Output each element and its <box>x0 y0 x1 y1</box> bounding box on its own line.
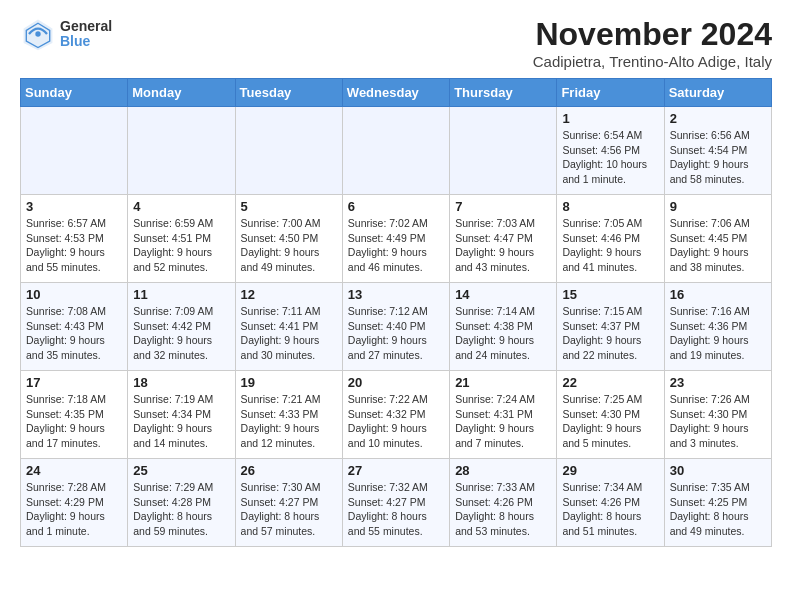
calendar-cell: 17Sunrise: 7:18 AM Sunset: 4:35 PM Dayli… <box>21 371 128 459</box>
day-number: 17 <box>26 375 122 390</box>
day-number: 23 <box>670 375 766 390</box>
calendar-cell: 4Sunrise: 6:59 AM Sunset: 4:51 PM Daylig… <box>128 195 235 283</box>
day-info: Sunrise: 6:56 AM Sunset: 4:54 PM Dayligh… <box>670 128 766 187</box>
calendar-cell: 7Sunrise: 7:03 AM Sunset: 4:47 PM Daylig… <box>450 195 557 283</box>
day-number: 5 <box>241 199 337 214</box>
calendar-cell: 9Sunrise: 7:06 AM Sunset: 4:45 PM Daylig… <box>664 195 771 283</box>
day-info: Sunrise: 7:05 AM Sunset: 4:46 PM Dayligh… <box>562 216 658 275</box>
day-info: Sunrise: 7:21 AM Sunset: 4:33 PM Dayligh… <box>241 392 337 451</box>
header-monday: Monday <box>128 79 235 107</box>
weekday-header-row: Sunday Monday Tuesday Wednesday Thursday… <box>21 79 772 107</box>
day-number: 19 <box>241 375 337 390</box>
day-number: 18 <box>133 375 229 390</box>
day-info: Sunrise: 7:14 AM Sunset: 4:38 PM Dayligh… <box>455 304 551 363</box>
day-info: Sunrise: 6:59 AM Sunset: 4:51 PM Dayligh… <box>133 216 229 275</box>
calendar-cell: 2Sunrise: 6:56 AM Sunset: 4:54 PM Daylig… <box>664 107 771 195</box>
calendar-row-2: 10Sunrise: 7:08 AM Sunset: 4:43 PM Dayli… <box>21 283 772 371</box>
logo-icon <box>20 16 56 52</box>
logo: General Blue <box>20 16 112 52</box>
title-area: November 2024 Cadipietra, Trentino-Alto … <box>533 16 772 70</box>
calendar-cell: 23Sunrise: 7:26 AM Sunset: 4:30 PM Dayli… <box>664 371 771 459</box>
day-info: Sunrise: 7:03 AM Sunset: 4:47 PM Dayligh… <box>455 216 551 275</box>
calendar-cell: 10Sunrise: 7:08 AM Sunset: 4:43 PM Dayli… <box>21 283 128 371</box>
calendar-cell: 20Sunrise: 7:22 AM Sunset: 4:32 PM Dayli… <box>342 371 449 459</box>
location-subtitle: Cadipietra, Trentino-Alto Adige, Italy <box>533 53 772 70</box>
day-number: 4 <box>133 199 229 214</box>
day-number: 2 <box>670 111 766 126</box>
day-info: Sunrise: 7:19 AM Sunset: 4:34 PM Dayligh… <box>133 392 229 451</box>
day-info: Sunrise: 7:28 AM Sunset: 4:29 PM Dayligh… <box>26 480 122 539</box>
header-sunday: Sunday <box>21 79 128 107</box>
calendar-cell: 18Sunrise: 7:19 AM Sunset: 4:34 PM Dayli… <box>128 371 235 459</box>
day-info: Sunrise: 7:32 AM Sunset: 4:27 PM Dayligh… <box>348 480 444 539</box>
day-info: Sunrise: 7:18 AM Sunset: 4:35 PM Dayligh… <box>26 392 122 451</box>
month-title: November 2024 <box>533 16 772 53</box>
day-info: Sunrise: 6:54 AM Sunset: 4:56 PM Dayligh… <box>562 128 658 187</box>
calendar-cell: 30Sunrise: 7:35 AM Sunset: 4:25 PM Dayli… <box>664 459 771 547</box>
day-info: Sunrise: 6:57 AM Sunset: 4:53 PM Dayligh… <box>26 216 122 275</box>
day-number: 6 <box>348 199 444 214</box>
day-info: Sunrise: 7:11 AM Sunset: 4:41 PM Dayligh… <box>241 304 337 363</box>
calendar-cell <box>128 107 235 195</box>
day-number: 30 <box>670 463 766 478</box>
calendar-cell: 6Sunrise: 7:02 AM Sunset: 4:49 PM Daylig… <box>342 195 449 283</box>
calendar-cell: 3Sunrise: 6:57 AM Sunset: 4:53 PM Daylig… <box>21 195 128 283</box>
calendar-cell: 5Sunrise: 7:00 AM Sunset: 4:50 PM Daylig… <box>235 195 342 283</box>
calendar-cell: 25Sunrise: 7:29 AM Sunset: 4:28 PM Dayli… <box>128 459 235 547</box>
calendar-cell: 13Sunrise: 7:12 AM Sunset: 4:40 PM Dayli… <box>342 283 449 371</box>
day-info: Sunrise: 7:33 AM Sunset: 4:26 PM Dayligh… <box>455 480 551 539</box>
day-number: 8 <box>562 199 658 214</box>
calendar-cell: 22Sunrise: 7:25 AM Sunset: 4:30 PM Dayli… <box>557 371 664 459</box>
day-number: 12 <box>241 287 337 302</box>
calendar-row-4: 24Sunrise: 7:28 AM Sunset: 4:29 PM Dayli… <box>21 459 772 547</box>
logo-blue: Blue <box>60 34 112 49</box>
day-number: 13 <box>348 287 444 302</box>
day-info: Sunrise: 7:16 AM Sunset: 4:36 PM Dayligh… <box>670 304 766 363</box>
day-info: Sunrise: 7:00 AM Sunset: 4:50 PM Dayligh… <box>241 216 337 275</box>
day-number: 29 <box>562 463 658 478</box>
day-info: Sunrise: 7:24 AM Sunset: 4:31 PM Dayligh… <box>455 392 551 451</box>
calendar-table: Sunday Monday Tuesday Wednesday Thursday… <box>20 78 772 547</box>
header-saturday: Saturday <box>664 79 771 107</box>
calendar-cell: 11Sunrise: 7:09 AM Sunset: 4:42 PM Dayli… <box>128 283 235 371</box>
calendar-cell <box>342 107 449 195</box>
day-info: Sunrise: 7:26 AM Sunset: 4:30 PM Dayligh… <box>670 392 766 451</box>
day-number: 11 <box>133 287 229 302</box>
calendar-cell: 14Sunrise: 7:14 AM Sunset: 4:38 PM Dayli… <box>450 283 557 371</box>
calendar-cell: 12Sunrise: 7:11 AM Sunset: 4:41 PM Dayli… <box>235 283 342 371</box>
calendar-row-1: 3Sunrise: 6:57 AM Sunset: 4:53 PM Daylig… <box>21 195 772 283</box>
calendar-cell <box>450 107 557 195</box>
page-header: General Blue November 2024 Cadipietra, T… <box>20 16 772 70</box>
day-info: Sunrise: 7:30 AM Sunset: 4:27 PM Dayligh… <box>241 480 337 539</box>
day-number: 20 <box>348 375 444 390</box>
logo-text: General Blue <box>60 19 112 50</box>
calendar-cell: 8Sunrise: 7:05 AM Sunset: 4:46 PM Daylig… <box>557 195 664 283</box>
day-number: 14 <box>455 287 551 302</box>
day-info: Sunrise: 7:06 AM Sunset: 4:45 PM Dayligh… <box>670 216 766 275</box>
day-number: 1 <box>562 111 658 126</box>
day-info: Sunrise: 7:09 AM Sunset: 4:42 PM Dayligh… <box>133 304 229 363</box>
calendar-row-0: 1Sunrise: 6:54 AM Sunset: 4:56 PM Daylig… <box>21 107 772 195</box>
calendar-cell: 24Sunrise: 7:28 AM Sunset: 4:29 PM Dayli… <box>21 459 128 547</box>
day-number: 3 <box>26 199 122 214</box>
day-info: Sunrise: 7:34 AM Sunset: 4:26 PM Dayligh… <box>562 480 658 539</box>
header-tuesday: Tuesday <box>235 79 342 107</box>
day-number: 28 <box>455 463 551 478</box>
calendar-cell: 26Sunrise: 7:30 AM Sunset: 4:27 PM Dayli… <box>235 459 342 547</box>
calendar-cell: 15Sunrise: 7:15 AM Sunset: 4:37 PM Dayli… <box>557 283 664 371</box>
svg-point-2 <box>35 31 40 36</box>
calendar-cell: 21Sunrise: 7:24 AM Sunset: 4:31 PM Dayli… <box>450 371 557 459</box>
day-info: Sunrise: 7:35 AM Sunset: 4:25 PM Dayligh… <box>670 480 766 539</box>
calendar-cell: 28Sunrise: 7:33 AM Sunset: 4:26 PM Dayli… <box>450 459 557 547</box>
header-thursday: Thursday <box>450 79 557 107</box>
calendar-cell: 27Sunrise: 7:32 AM Sunset: 4:27 PM Dayli… <box>342 459 449 547</box>
calendar-cell <box>21 107 128 195</box>
calendar-cell <box>235 107 342 195</box>
calendar-cell: 1Sunrise: 6:54 AM Sunset: 4:56 PM Daylig… <box>557 107 664 195</box>
header-friday: Friday <box>557 79 664 107</box>
day-number: 25 <box>133 463 229 478</box>
day-number: 9 <box>670 199 766 214</box>
day-info: Sunrise: 7:12 AM Sunset: 4:40 PM Dayligh… <box>348 304 444 363</box>
day-number: 15 <box>562 287 658 302</box>
day-number: 10 <box>26 287 122 302</box>
